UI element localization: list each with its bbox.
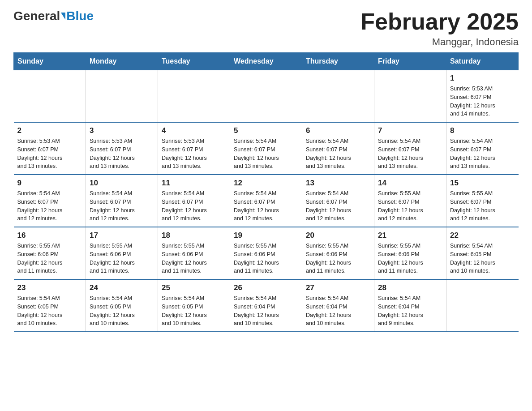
calendar-cell: 2Sunrise: 5:53 AM Sunset: 6:07 PM Daylig…: [14, 122, 86, 175]
day-number: 2: [17, 126, 82, 135]
day-number: 11: [162, 179, 226, 188]
day-info: Sunrise: 5:54 AM Sunset: 6:05 PM Dayligh…: [90, 294, 154, 328]
day-info: Sunrise: 5:54 AM Sunset: 6:04 PM Dayligh…: [306, 294, 370, 328]
day-number: 5: [234, 126, 298, 135]
day-info: Sunrise: 5:54 AM Sunset: 6:04 PM Dayligh…: [378, 294, 442, 328]
day-number: 26: [234, 283, 298, 292]
day-info: Sunrise: 5:54 AM Sunset: 6:07 PM Dayligh…: [162, 189, 226, 223]
calendar-cell: [446, 279, 519, 332]
day-number: 10: [90, 179, 154, 188]
day-number: 27: [306, 283, 370, 292]
day-header-sunday: Sunday: [14, 53, 86, 70]
subtitle: Manggar, Indonesia: [360, 36, 519, 48]
day-number: 16: [17, 231, 82, 240]
calendar-cell: [14, 70, 86, 123]
calendar-cell: [158, 70, 230, 123]
day-number: 7: [378, 126, 442, 135]
day-info: Sunrise: 5:54 AM Sunset: 6:07 PM Dayligh…: [306, 189, 370, 223]
day-info: Sunrise: 5:55 AM Sunset: 6:06 PM Dayligh…: [378, 242, 442, 275]
logo-triangle-icon: [61, 13, 65, 20]
calendar-cell: 6Sunrise: 5:54 AM Sunset: 6:07 PM Daylig…: [302, 122, 374, 175]
day-header-thursday: Thursday: [302, 53, 374, 70]
calendar-cell: [302, 70, 374, 123]
calendar-cell: 17Sunrise: 5:55 AM Sunset: 6:06 PM Dayli…: [86, 227, 158, 279]
day-info: Sunrise: 5:54 AM Sunset: 6:07 PM Dayligh…: [306, 137, 370, 171]
day-info: Sunrise: 5:54 AM Sunset: 6:04 PM Dayligh…: [234, 294, 298, 328]
day-number: 12: [234, 179, 298, 188]
day-number: 22: [450, 231, 515, 240]
calendar-cell: [86, 70, 158, 123]
day-info: Sunrise: 5:54 AM Sunset: 6:07 PM Dayligh…: [450, 137, 515, 171]
logo: General Blue: [13, 9, 94, 23]
calendar-cell: 28Sunrise: 5:54 AM Sunset: 6:04 PM Dayli…: [374, 279, 446, 332]
day-header-friday: Friday: [374, 53, 446, 70]
calendar-table: SundayMondayTuesdayWednesdayThursdayFrid…: [13, 52, 519, 332]
day-info: Sunrise: 5:54 AM Sunset: 6:07 PM Dayligh…: [234, 137, 298, 171]
calendar-cell: 5Sunrise: 5:54 AM Sunset: 6:07 PM Daylig…: [230, 122, 302, 175]
calendar-header: SundayMondayTuesdayWednesdayThursdayFrid…: [14, 53, 519, 70]
calendar-cell: 24Sunrise: 5:54 AM Sunset: 6:05 PM Dayli…: [86, 279, 158, 332]
week-row-2: 2Sunrise: 5:53 AM Sunset: 6:07 PM Daylig…: [14, 122, 519, 175]
calendar-cell: 13Sunrise: 5:54 AM Sunset: 6:07 PM Dayli…: [302, 175, 374, 227]
day-number: 1: [450, 74, 515, 83]
day-number: 14: [378, 179, 442, 188]
day-info: Sunrise: 5:54 AM Sunset: 6:07 PM Dayligh…: [17, 189, 82, 223]
day-info: Sunrise: 5:54 AM Sunset: 6:07 PM Dayligh…: [378, 137, 442, 171]
day-header-tuesday: Tuesday: [158, 53, 230, 70]
calendar-cell: 10Sunrise: 5:54 AM Sunset: 6:07 PM Dayli…: [86, 175, 158, 227]
day-header-saturday: Saturday: [446, 53, 519, 70]
calendar-cell: [374, 70, 446, 123]
calendar-cell: 26Sunrise: 5:54 AM Sunset: 6:04 PM Dayli…: [230, 279, 302, 332]
calendar-cell: 25Sunrise: 5:54 AM Sunset: 6:05 PM Dayli…: [158, 279, 230, 332]
day-number: 6: [306, 126, 370, 135]
day-info: Sunrise: 5:55 AM Sunset: 6:07 PM Dayligh…: [450, 189, 515, 223]
title-section: February 2025 Manggar, Indonesia: [360, 9, 519, 48]
day-number: 19: [234, 231, 298, 240]
calendar-cell: 11Sunrise: 5:54 AM Sunset: 6:07 PM Dayli…: [158, 175, 230, 227]
page-title: February 2025: [360, 9, 519, 34]
day-info: Sunrise: 5:53 AM Sunset: 6:07 PM Dayligh…: [17, 137, 82, 171]
day-info: Sunrise: 5:54 AM Sunset: 6:05 PM Dayligh…: [162, 294, 226, 328]
day-number: 17: [90, 231, 154, 240]
day-number: 13: [306, 179, 370, 188]
week-row-4: 16Sunrise: 5:55 AM Sunset: 6:06 PM Dayli…: [14, 227, 519, 279]
day-info: Sunrise: 5:54 AM Sunset: 6:05 PM Dayligh…: [17, 294, 82, 328]
calendar-cell: 19Sunrise: 5:55 AM Sunset: 6:06 PM Dayli…: [230, 227, 302, 279]
day-number: 4: [162, 126, 226, 135]
calendar-cell: 27Sunrise: 5:54 AM Sunset: 6:04 PM Dayli…: [302, 279, 374, 332]
day-number: 8: [450, 126, 515, 135]
day-number: 3: [90, 126, 154, 135]
day-info: Sunrise: 5:55 AM Sunset: 6:06 PM Dayligh…: [90, 242, 154, 275]
day-info: Sunrise: 5:53 AM Sunset: 6:07 PM Dayligh…: [162, 137, 226, 171]
calendar-cell: 15Sunrise: 5:55 AM Sunset: 6:07 PM Dayli…: [446, 175, 519, 227]
calendar-cell: 12Sunrise: 5:54 AM Sunset: 6:07 PM Dayli…: [230, 175, 302, 227]
calendar-cell: 14Sunrise: 5:55 AM Sunset: 6:07 PM Dayli…: [374, 175, 446, 227]
calendar-cell: 20Sunrise: 5:55 AM Sunset: 6:06 PM Dayli…: [302, 227, 374, 279]
calendar-cell: [230, 70, 302, 123]
day-info: Sunrise: 5:53 AM Sunset: 6:07 PM Dayligh…: [450, 85, 515, 118]
calendar-cell: 4Sunrise: 5:53 AM Sunset: 6:07 PM Daylig…: [158, 122, 230, 175]
day-info: Sunrise: 5:54 AM Sunset: 6:05 PM Dayligh…: [450, 242, 515, 275]
calendar-cell: 9Sunrise: 5:54 AM Sunset: 6:07 PM Daylig…: [14, 175, 86, 227]
logo-blue-text: Blue: [66, 9, 94, 23]
day-info: Sunrise: 5:55 AM Sunset: 6:06 PM Dayligh…: [306, 242, 370, 275]
calendar-cell: 18Sunrise: 5:55 AM Sunset: 6:06 PM Dayli…: [158, 227, 230, 279]
calendar-cell: 1Sunrise: 5:53 AM Sunset: 6:07 PM Daylig…: [446, 70, 519, 123]
day-info: Sunrise: 5:54 AM Sunset: 6:07 PM Dayligh…: [90, 189, 154, 223]
day-number: 23: [17, 283, 82, 292]
day-header-monday: Monday: [86, 53, 158, 70]
calendar-cell: 23Sunrise: 5:54 AM Sunset: 6:05 PM Dayli…: [14, 279, 86, 332]
week-row-1: 1Sunrise: 5:53 AM Sunset: 6:07 PM Daylig…: [14, 70, 519, 123]
day-number: 9: [17, 179, 82, 188]
page-header: General Blue February 2025 Manggar, Indo…: [13, 9, 519, 48]
calendar-cell: 8Sunrise: 5:54 AM Sunset: 6:07 PM Daylig…: [446, 122, 519, 175]
day-number: 21: [378, 231, 442, 240]
logo-general-text: General: [13, 9, 60, 23]
day-info: Sunrise: 5:54 AM Sunset: 6:07 PM Dayligh…: [234, 189, 298, 223]
day-number: 20: [306, 231, 370, 240]
days-of-week-row: SundayMondayTuesdayWednesdayThursdayFrid…: [14, 53, 519, 70]
day-info: Sunrise: 5:55 AM Sunset: 6:06 PM Dayligh…: [234, 242, 298, 275]
day-number: 25: [162, 283, 226, 292]
calendar-cell: 21Sunrise: 5:55 AM Sunset: 6:06 PM Dayli…: [374, 227, 446, 279]
day-number: 15: [450, 179, 515, 188]
